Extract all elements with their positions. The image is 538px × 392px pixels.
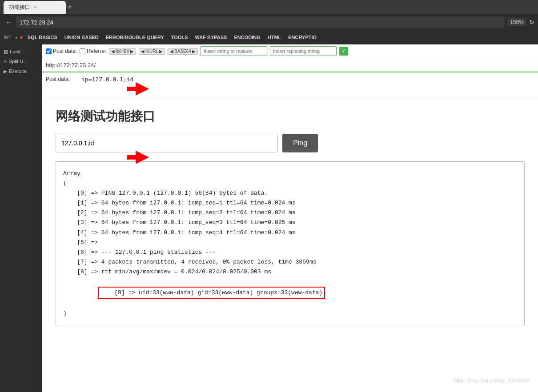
output-line-6: [6] => --- 127.0.0.1 ping statistics --- <box>63 248 517 257</box>
post-data-value: ip=127.0.0.1;id <box>78 74 538 97</box>
nav-error-double[interactable]: ERROR/DOUBLE QUERY <box>103 34 167 41</box>
postdata-checkbox-label[interactable]: Post data: <box>46 48 77 54</box>
ping-button[interactable]: Ping <box>282 134 318 152</box>
main-layout: 🖼 Load ... ✂ Split U... ▶ Execute Post d… <box>0 44 538 392</box>
refresh-button[interactable]: ↻ <box>529 19 534 26</box>
post-data-row: Post data: ip=127.0.0.1;id <box>42 72 538 99</box>
output-box: Array ( [0] => PING 127.0.0.1 (127.0.0.1… <box>56 161 525 326</box>
svg-marker-0 <box>127 82 149 96</box>
nav-sql-basics[interactable]: SQL BASICS <box>25 34 60 41</box>
output-line-open: ( <box>63 179 517 188</box>
encode-url-arrow-right: ▶ <box>159 49 163 54</box>
encode-base64-arrow-left: ◀ <box>170 49 173 54</box>
output-line-2: [2] => 64 bytes from 127.0.0.1: icmp_seq… <box>63 208 517 218</box>
encode-0xhex-button[interactable]: ◀ 0xHEX ▶ <box>109 48 136 55</box>
sidebar-item-load[interactable]: 🖼 Load ... <box>0 47 42 56</box>
red-arrow-2 <box>127 151 149 164</box>
sql-toolbar: INT ● ✱ SQL BASICS UNION BASED ERROR/DOU… <box>0 30 538 44</box>
tab-title: 功能接口 <box>9 4 30 11</box>
output-line-5: [5] => <box>63 238 517 248</box>
encode-url-arrow-left: ◀ <box>141 49 145 54</box>
encode-base64-label: BASE64 <box>174 49 191 54</box>
output-line-array: Array <box>63 169 517 179</box>
sidebar-item-load-label: Load ... <box>10 49 26 54</box>
output-line-7: [7] => 4 packets transmitted, 4 received… <box>63 257 517 267</box>
encode-url-label: %URL <box>145 49 158 54</box>
encode-url-button[interactable]: ◀ %URL ▶ <box>139 48 165 55</box>
ping-input[interactable] <box>56 134 278 152</box>
browser-addressbar: ← 150% ↻ <box>0 14 538 30</box>
address-input[interactable] <box>16 16 505 28</box>
sidebar-item-execute-label: Execute <box>9 68 27 74</box>
encode-arrow-right: ▶ <box>130 49 134 54</box>
highlight-box: [9] => uid=33(www-data) gid=33(www-data)… <box>98 287 325 299</box>
page-title: 网络测试功能接口 <box>56 108 525 125</box>
browser-titlebar: 功能接口 × + <box>0 0 538 14</box>
red-arrow-1 <box>127 82 149 96</box>
execute-icon: ▶ <box>4 69 7 74</box>
encode-0xhex-label: 0xHEX <box>116 49 129 54</box>
back-button[interactable]: ← <box>4 18 13 27</box>
output-line-3: [3] => 64 bytes from 127.0.0.1: icmp_seq… <box>63 218 517 228</box>
output-line-end: ) <box>63 309 517 319</box>
browser-tab[interactable]: 功能接口 × <box>4 1 66 14</box>
output-line-4: [4] => 64 bytes from 127.0.0.1: icmp_seq… <box>63 228 517 238</box>
ping-form: Ping <box>56 134 525 152</box>
url-input[interactable] <box>46 62 534 68</box>
output-line-8: [8] => rtt min/avg/max/mdev = 0.024/0.02… <box>63 267 517 277</box>
postdata-label: Post data: <box>53 48 77 54</box>
referrer-checkbox[interactable] <box>80 48 85 54</box>
svg-marker-1 <box>127 151 149 164</box>
encode-base64-arrow-right: ▶ <box>192 49 196 54</box>
sidebar-item-execute[interactable]: ▶ Execute <box>0 67 42 76</box>
new-tab-button[interactable]: + <box>68 3 72 12</box>
encode-arrow-left: ◀ <box>111 49 115 54</box>
replacing-string-input[interactable] <box>270 46 337 56</box>
nav-encryption[interactable]: ENCRYPTIO <box>285 34 319 41</box>
content-area: Post data: Referrer ◀ 0xHEX ▶ ◀ %URL ▶ ◀… <box>42 44 538 392</box>
encode-base64-button[interactable]: ◀ BASE64 ▶ <box>168 48 198 55</box>
zoom-indicator: 150% <box>507 18 526 26</box>
replace-string-input[interactable] <box>201 46 267 56</box>
post-data-label-text: Post data: <box>42 74 78 97</box>
int-label: INT <box>4 35 12 40</box>
referrer-label: Referrer <box>87 48 106 54</box>
post-data-bar: Post data: Referrer ◀ 0xHEX ▶ ◀ %URL ▶ ◀… <box>42 44 538 58</box>
nav-html[interactable]: HTML <box>265 34 284 41</box>
output-line-0: [0] => PING 127.0.0.1 (127.0.0.1) 56(84)… <box>63 188 517 198</box>
nav-waf-bypass[interactable]: WAF BYPASS <box>193 34 230 41</box>
left-sidebar: 🖼 Load ... ✂ Split U... ▶ Execute <box>0 44 42 392</box>
nav-union-based[interactable]: UNION BASED <box>62 34 101 41</box>
webpage-content: 网络测试功能接口 Ping Array ( [0] => PING 127.0.… <box>42 99 538 335</box>
dot-green: ● <box>15 35 18 40</box>
close-tab-icon[interactable]: × <box>34 4 36 10</box>
url-bar <box>42 58 538 72</box>
nav-encoding[interactable]: ENCODING <box>231 34 263 41</box>
load-icon: 🖼 <box>4 49 8 54</box>
nav-tools[interactable]: TOOLS <box>169 34 191 41</box>
post-data-text: ip=127.0.0.1;id <box>81 76 133 83</box>
output-line-9-highlight: [9] => uid=33(www-data) gid=33(www-data)… <box>63 277 517 309</box>
sidebar-item-split-label: Split U... <box>9 59 28 64</box>
sidebar-item-split[interactable]: ✂ Split U... <box>0 57 42 66</box>
output-line-1: [1] => 64 bytes from 127.0.0.1: icmp_seq… <box>63 198 517 208</box>
postdata-checkbox[interactable] <box>46 48 52 54</box>
split-icon: ✂ <box>4 59 7 64</box>
replace-submit-button[interactable]: ✓ <box>339 47 348 56</box>
dot-red: ✱ <box>20 35 23 40</box>
referrer-checkbox-label[interactable]: Referrer <box>80 48 106 54</box>
